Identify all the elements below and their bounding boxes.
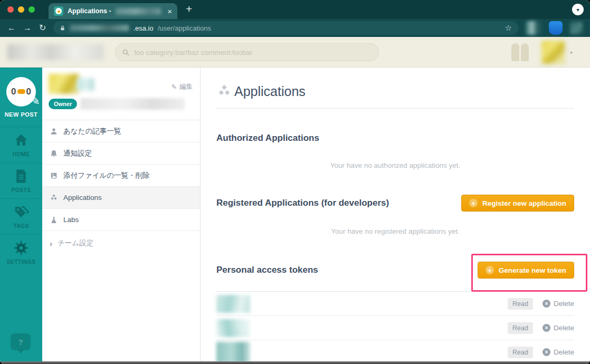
primary-sidebar: 0 0 ✎ NEW POST HOME POSTS TAGS [0, 68, 42, 364]
delete-label: Delete [554, 348, 574, 356]
delete-x-icon: × [543, 348, 550, 356]
address-bar[interactable]: .esa.io /user/applications ☆ [53, 21, 518, 35]
delete-label: Delete [554, 324, 574, 332]
registered-applications-heading: Registered Applications (for developers) [216, 198, 389, 208]
sidebar-item-home[interactable]: HOME [0, 127, 42, 162]
menu-item-notification-settings[interactable]: 通知設定 [42, 142, 200, 165]
search-icon [122, 49, 130, 56]
authorized-empty-text: Your have no authorized applications yet… [216, 161, 574, 169]
token-scope-badge: Read [508, 347, 533, 358]
profile-card: ✎ 編集 Owner [42, 68, 200, 120]
register-new-application-button[interactable]: + Register new application [461, 195, 574, 212]
main-content: Applications Authorized Applications You… [201, 68, 590, 364]
back-icon[interactable]: ← [7, 24, 16, 32]
zoom-window-button[interactable] [28, 6, 35, 13]
delete-x-icon: × [543, 324, 550, 332]
extension-icon-blue[interactable] [549, 21, 563, 35]
new-post-button[interactable]: 0 0 ✎ NEW POST [0, 68, 42, 127]
token-scope-badge: Read [508, 322, 533, 334]
close-window-button[interactable] [7, 6, 14, 13]
sidebar-label-tags: TAGS [13, 223, 29, 229]
search-box [115, 43, 379, 61]
registered-applications-row: Registered Applications (for developers)… [216, 191, 574, 215]
delete-label: Delete [554, 300, 574, 308]
bookmark-star-icon[interactable]: ☆ [505, 23, 512, 33]
question-icon: ? [18, 338, 23, 347]
user-avatar[interactable] [541, 41, 565, 64]
menu-label: Labs [63, 216, 79, 224]
browser-tabstrip: Applications - × + ▾ [0, 0, 590, 19]
cubes-icon [50, 194, 58, 202]
window-bottom-edge [0, 361, 590, 364]
sidebar-label-settings: SETTINGS [7, 258, 36, 265]
esa-bird-logo: 0 0 ✎ [6, 77, 36, 107]
new-tab-button[interactable]: + [186, 3, 192, 15]
team-logo-redacted[interactable] [7, 44, 103, 60]
menu-label: 添付ファイルの一覧・削除 [63, 171, 150, 180]
generate-button-label: Generate new token [499, 266, 566, 274]
authorized-applications-heading: Authorized Applications [216, 133, 574, 143]
menu-item-attachments[interactable]: 添付ファイルの一覧・削除 [42, 165, 200, 187]
token-row: Read × Delete [216, 316, 574, 340]
personal-access-tokens-heading: Personal access tokens [216, 265, 318, 275]
token-name-redacted [216, 295, 250, 313]
help-button[interactable]: ? [11, 333, 31, 350]
close-tab-icon[interactable]: × [167, 7, 172, 15]
lock-icon [60, 25, 65, 31]
url-path: /user/applications [158, 24, 211, 32]
screen: Applications - × + ▾ ← → ↻ .esa.io /user… [0, 0, 590, 364]
app-body: 0 0 ✎ NEW POST HOME POSTS TAGS [0, 68, 590, 364]
token-scope-badge: Read [508, 298, 533, 310]
delete-token-link[interactable]: × Delete [543, 348, 574, 356]
extension-icon-redacted[interactable] [526, 21, 541, 35]
profile-name-redacted [77, 78, 94, 91]
sidebar-item-settings[interactable]: SETTINGS [0, 234, 42, 270]
edit-profile-link[interactable]: ✎ 編集 [172, 82, 193, 91]
pencil-icon: ✎ [172, 83, 177, 91]
gear-icon [13, 240, 29, 256]
token-row: Read × Delete [216, 340, 574, 364]
browser-window: Applications - × + ▾ ← → ↻ .esa.io /user… [0, 0, 590, 364]
profile-avatar-redacted [49, 74, 79, 94]
generate-new-token-button[interactable]: + Generate new token [478, 262, 574, 279]
menu-label: あなたの記事一覧 [63, 127, 121, 136]
tab-title-redacted [116, 8, 161, 15]
esa-favicon [54, 6, 63, 16]
menu-item-labs[interactable]: Labs [42, 209, 200, 231]
flask-icon [50, 216, 58, 224]
esa-header: ▾ [0, 37, 590, 68]
docs-icon[interactable] [511, 43, 529, 61]
delete-token-link[interactable]: × Delete [543, 324, 574, 332]
plus-circle-icon: + [486, 266, 494, 274]
minimize-window-button[interactable] [18, 6, 24, 13]
window-controls [7, 6, 35, 13]
tags-icon [13, 204, 29, 220]
browser-menu-icon-redacted[interactable] [570, 22, 583, 34]
download-status-icon[interactable]: ▾ [572, 4, 584, 15]
user-menu-caret-icon[interactable]: ▾ [570, 50, 573, 55]
sidebar-item-tags[interactable]: TAGS [0, 198, 42, 234]
logo-eye-left: 0 [11, 87, 16, 97]
sidebar-item-posts[interactable]: POSTS [0, 162, 42, 198]
sidebar-label-posts: POSTS [11, 187, 31, 193]
menu-item-team-settings[interactable]: › チーム設定 [42, 231, 200, 255]
sidebar-label-home: HOME [13, 151, 30, 157]
registered-empty-text: Your have no registered applications yet… [216, 227, 574, 235]
owner-badge: Owner [49, 99, 77, 109]
menu-item-applications[interactable]: Applications [42, 187, 200, 209]
browser-toolbar: ← → ↻ .esa.io /user/applications ☆ [0, 19, 590, 37]
url-subdomain-redacted [70, 25, 129, 31]
forward-icon[interactable]: → [23, 24, 32, 32]
search-input[interactable] [134, 49, 372, 56]
bell-icon [50, 149, 58, 158]
token-name-redacted [216, 342, 250, 363]
browser-tab[interactable]: Applications - × [49, 3, 177, 19]
delete-token-link[interactable]: × Delete [543, 300, 574, 308]
pencil-icon: ✎ [30, 93, 40, 108]
reload-icon[interactable]: ↻ [39, 24, 46, 32]
token-name-redacted [216, 319, 250, 337]
menu-label: チーム設定 [58, 238, 93, 248]
menu-item-your-posts[interactable]: あなたの記事一覧 [42, 120, 200, 142]
register-button-label: Register new application [482, 199, 566, 207]
person-icon [50, 127, 58, 136]
